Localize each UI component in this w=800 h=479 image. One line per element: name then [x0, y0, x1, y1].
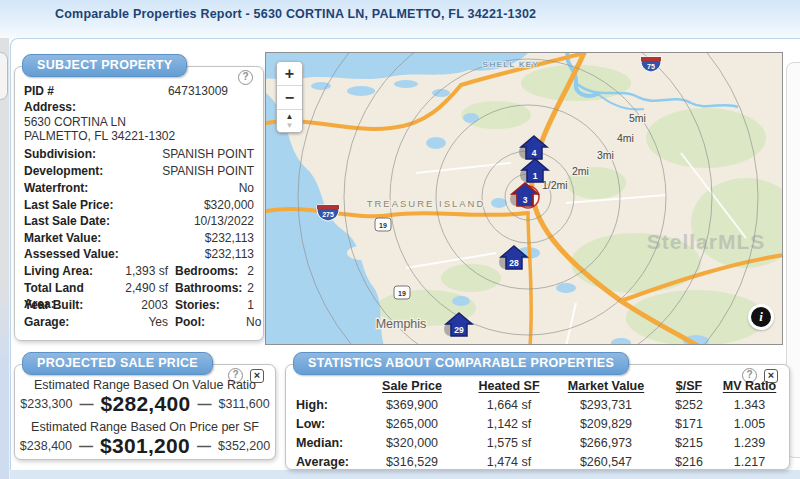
address-line-2: PALMETTO, FL 34221-1302	[24, 129, 175, 144]
field-market-value: Market Value: $232,113	[24, 230, 254, 246]
field-living-area-bedrooms: Living Area: 1,393 sf Bedrooms: 2	[24, 263, 254, 279]
map-attribution-button[interactable]: i	[748, 304, 774, 330]
comparable-properties-report-window: Comparable Properties Report - 5630 CORT…	[0, 0, 800, 479]
label-memphis: Memphis	[376, 317, 427, 331]
row-low-label: Low:	[296, 415, 358, 434]
field-development: Development: SPANISH POINT	[24, 163, 254, 179]
col-market-value: Market Value	[552, 377, 660, 396]
row-high-label: High:	[296, 396, 358, 415]
field-address-label: Address:	[24, 99, 254, 115]
zoom-stepper[interactable]: ▲▼	[277, 110, 302, 132]
comparables-map[interactable]: 1/2mi 2mi 3mi 4mi 5mi SHELL KEY TREASURE…	[265, 52, 783, 345]
field-land-area-bathrooms: Total Land Area: 2,490 sf Bathrooms: 2	[24, 280, 254, 296]
svg-text:29: 29	[454, 325, 464, 335]
col-sale-price: Sale Price	[358, 377, 466, 396]
range-low: $238,400	[20, 439, 72, 453]
field-year-built-stories: Year Built: 2003 Stories: 1	[24, 297, 254, 313]
statistics-table: Sale Price Heated SF Market Value $/SF M…	[296, 377, 781, 472]
field-assessed-value: Assessed Value: $232,113	[24, 246, 254, 262]
us-19-shield: 19	[375, 218, 391, 231]
row-median-label: Median:	[296, 434, 358, 453]
range-mid: $301,200	[100, 434, 190, 458]
stepper-down-icon[interactable]: ▼	[277, 121, 302, 130]
range-price-per-sf: $238,400 — $301,200 — $352,200	[15, 434, 275, 458]
range-high: $352,200	[218, 439, 270, 453]
range-mid: $282,400	[100, 392, 190, 416]
range-value-ratio: $233,300 — $282,400 — $311,600	[15, 392, 275, 416]
left-edge-strip	[0, 38, 9, 479]
subject-property-header: SUBJECT PROPERTY	[22, 54, 187, 77]
projected-sale-price-panel: ? × Estimated Range Based On Value Ratio…	[14, 364, 276, 460]
statistics-header: STATISTICS ABOUT COMPARABLE PROPERTIES	[293, 352, 629, 375]
ring-label-5mi: 5mi	[629, 112, 646, 124]
label-shell-key: SHELL KEY	[483, 60, 540, 69]
ring-label-4mi: 4mi	[617, 132, 634, 144]
field-pid: PID # 647313009	[24, 83, 254, 99]
field-waterfront: Waterfront: No	[24, 180, 254, 196]
map-canvas: 1/2mi 2mi 3mi 4mi 5mi SHELL KEY TREASURE…	[266, 53, 783, 345]
field-last-sale-price: Last Sale Price: $320,000	[24, 197, 254, 213]
svg-text:1: 1	[533, 171, 538, 181]
panel-collapse-handle[interactable]	[0, 52, 8, 100]
svg-text:28: 28	[509, 258, 519, 268]
page-title: Comparable Properties Report - 5630 CORT…	[55, 7, 536, 21]
svg-text:4: 4	[532, 148, 537, 158]
zoom-out-button[interactable]: −	[277, 86, 302, 110]
svg-text:275: 275	[322, 211, 334, 218]
svg-text:3: 3	[523, 195, 528, 205]
svg-text:19: 19	[379, 222, 387, 229]
field-subdivision: Subdivision: SPANISH POINT	[24, 146, 254, 162]
statistics-panel: ? × Sale Price Heated SF Market Value $/…	[285, 364, 790, 470]
ring-label-3mi: 3mi	[597, 149, 614, 161]
label-treasure-island: TREASURE ISLAND	[367, 198, 486, 209]
field-last-sale-date: Last Sale Date: 10/13/2022	[24, 213, 254, 229]
col-mv-ratio: MV Ratio	[718, 377, 781, 396]
address-line-1: 5630 CORTINA LN	[24, 115, 126, 130]
svg-text:75: 75	[647, 63, 655, 70]
us-19-shield-south: 19	[394, 286, 410, 299]
stellar-mls-watermark: StellarMLS	[647, 230, 766, 253]
range-high: $311,600	[218, 397, 269, 411]
range-price-per-sf-title: Estimated Range Based On Price per SF	[15, 420, 275, 434]
row-average-label: Average:	[296, 453, 358, 472]
svg-text:19: 19	[398, 290, 406, 297]
map-zoom-control: + − ▲▼	[276, 61, 303, 133]
field-garage-pool: Garage: Yes Pool: No	[24, 314, 254, 330]
ring-label-half-mile: 1/2mi	[542, 179, 568, 191]
projected-sale-price-header: PROJECTED SALE PRICE	[22, 352, 213, 375]
stepper-up-icon[interactable]: ▲	[277, 112, 302, 121]
col-heated-sf: Heated SF	[466, 377, 552, 396]
zoom-in-button[interactable]: +	[277, 62, 302, 86]
info-icon: i	[751, 307, 771, 327]
range-low: $233,300	[20, 397, 72, 411]
subject-property-panel: ? PID # 647313009 Address: 5630 CORTINA …	[14, 66, 264, 341]
ring-label-2mi: 2mi	[572, 165, 589, 177]
col-per-sf: $/SF	[660, 377, 718, 396]
range-value-ratio-title: Estimated Range Based On Value Ratio	[15, 378, 275, 392]
